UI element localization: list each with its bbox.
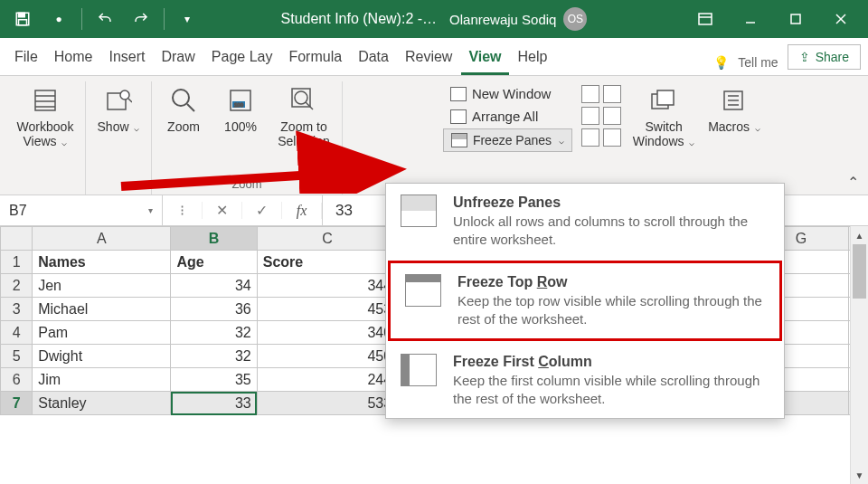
show-icon (103, 85, 134, 116)
dropdown-icon[interactable]: ⁝ (163, 202, 203, 219)
save-icon[interactable] (5, 3, 40, 35)
row-header[interactable]: 6 (1, 368, 33, 392)
show-button[interactable]: Show (91, 81, 146, 138)
redo-button[interactable] (124, 3, 158, 35)
row-header[interactable]: 3 (1, 298, 33, 321)
cell[interactable]: 32 (171, 321, 257, 345)
minimize-button[interactable] (729, 0, 772, 38)
enter-icon[interactable]: ✓ (242, 202, 282, 219)
cell[interactable]: Michael (33, 298, 171, 321)
cell[interactable]: Age (171, 251, 257, 274)
cell[interactable]: 450 (257, 345, 397, 368)
svg-rect-25 (657, 90, 674, 105)
unhide-icon[interactable] (581, 128, 599, 147)
select-all-corner[interactable] (1, 227, 33, 251)
tab-home[interactable]: Home (47, 40, 100, 75)
cell[interactable]: Jen (33, 274, 171, 298)
cell[interactable]: Jim (33, 368, 171, 392)
split-icon[interactable] (581, 85, 599, 103)
cell[interactable]: 36 (171, 298, 257, 321)
freeze-first-col-icon (401, 354, 437, 386)
cell[interactable]: 533 (257, 392, 397, 415)
tab-help[interactable]: Help (511, 40, 555, 75)
zoom-to-selection-button[interactable]: Zoom to Selection (271, 81, 336, 152)
svg-rect-6 (791, 14, 800, 24)
arrange-all-button[interactable]: Arrange All (443, 106, 572, 127)
cell[interactable]: 35 (171, 368, 257, 392)
avatar: OS (563, 7, 587, 31)
cell[interactable]: Dwight (33, 345, 171, 368)
name-box[interactable]: B7 (0, 195, 163, 225)
row-header[interactable]: 2 (1, 274, 33, 298)
close-button[interactable] (819, 0, 863, 38)
ribbon-display-icon[interactable] (684, 0, 727, 38)
cell[interactable]: 453 (257, 298, 397, 321)
scroll-up-icon[interactable]: ▲ (851, 226, 868, 244)
cancel-icon[interactable]: ✕ (203, 202, 242, 219)
menu-unfreeze-panes[interactable]: Unfreeze Panes Unlock all rows and colum… (386, 184, 784, 259)
macros-button[interactable]: Macros (704, 81, 764, 138)
unfreeze-icon (401, 195, 437, 227)
tab-data[interactable]: Data (351, 40, 396, 75)
svg-point-16 (173, 90, 189, 106)
cell[interactable]: Names (33, 251, 171, 274)
sync-scroll-icon[interactable] (603, 107, 621, 125)
cell[interactable]: 344 (257, 274, 397, 298)
workbook-views-button[interactable]: Workbook Views (11, 81, 80, 152)
row-header[interactable]: 4 (1, 321, 33, 345)
macros-icon (719, 85, 750, 116)
col-header[interactable]: C (257, 227, 397, 251)
zoom-100-button[interactable]: 100 100% (215, 81, 266, 138)
row-header[interactable]: 7 (1, 392, 33, 415)
maximize-button[interactable] (774, 0, 817, 38)
share-icon: ⇪ (799, 50, 810, 64)
freeze-panes-button[interactable]: Freeze Panes (443, 128, 572, 152)
col-header[interactable]: B (171, 227, 257, 251)
window-split-buttons (580, 81, 623, 147)
freeze-top-row-icon (405, 274, 441, 307)
svg-text:100: 100 (234, 102, 244, 108)
tab-view[interactable]: View (461, 40, 508, 75)
tab-file[interactable]: File (7, 40, 45, 75)
menu-freeze-first-column[interactable]: Freeze First Column Keep the first colum… (386, 343, 784, 418)
active-cell[interactable]: 33 (171, 392, 257, 415)
scroll-thumb[interactable] (853, 244, 866, 299)
row-header[interactable]: 1 (1, 251, 33, 274)
row-header[interactable]: 5 (1, 345, 33, 368)
share-button[interactable]: ⇪ Share (788, 44, 861, 70)
cell[interactable]: 32 (171, 345, 257, 368)
cell[interactable]: Pam (33, 321, 171, 345)
menu-freeze-top-row[interactable]: Freeze Top Row Keep the top row visible … (388, 261, 782, 341)
tab-insert[interactable]: Insert (101, 40, 152, 75)
zoom-100-icon: 100 (225, 85, 256, 116)
svg-rect-1 (19, 13, 25, 17)
cell[interactable]: 34 (171, 274, 257, 298)
autosave-toggle[interactable]: ● (42, 3, 76, 35)
tell-me[interactable]: 💡 Tell me (704, 55, 787, 75)
tab-draw[interactable]: Draw (154, 40, 202, 75)
switch-windows-button[interactable]: Switch Windows (628, 81, 699, 152)
fx-icon[interactable]: fx (282, 203, 322, 219)
switch-windows-icon (648, 85, 679, 116)
svg-line-17 (187, 104, 194, 111)
vertical-scrollbar[interactable]: ▲ ▼ (850, 226, 868, 484)
cell[interactable]: Stanley (33, 392, 171, 415)
cell[interactable]: Score (257, 251, 397, 274)
tab-page-layout[interactable]: Page Lay (204, 40, 280, 75)
reset-pos-icon[interactable] (603, 128, 621, 147)
user-name[interactable]: Olanrewaju Sodiq OS (449, 7, 587, 31)
new-window-button[interactable]: New Window (443, 83, 572, 104)
cell[interactable]: 244 (257, 368, 397, 392)
undo-button[interactable] (88, 3, 122, 35)
zoom-button[interactable]: Zoom (157, 81, 210, 138)
col-header[interactable]: A (33, 227, 171, 251)
tab-review[interactable]: Review (398, 40, 459, 75)
svg-line-23 (306, 102, 313, 109)
cell[interactable]: 340 (257, 321, 397, 345)
qat-customize[interactable]: ▾ (170, 3, 204, 35)
hide-icon[interactable] (581, 107, 599, 125)
collapse-ribbon-icon[interactable]: ⌃ (847, 174, 859, 191)
view-side-icon[interactable] (603, 85, 621, 103)
scroll-down-icon[interactable]: ▼ (851, 466, 868, 484)
tab-formulas[interactable]: Formula (281, 40, 349, 75)
